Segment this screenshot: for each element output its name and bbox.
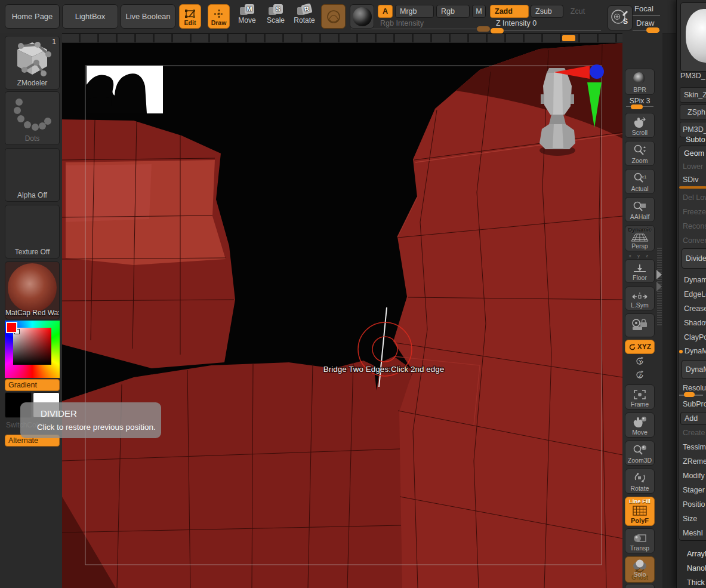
camera-lock-button[interactable] — [625, 313, 655, 337]
menu-reconstruct[interactable]: Recons — [683, 222, 706, 230]
spix-slider[interactable]: SPix 3 — [625, 97, 655, 112]
rgb-intensity-track[interactable] — [351, 29, 477, 29]
subtool-label-2[interactable]: ZSph — [687, 108, 705, 116]
gradient-button[interactable]: Gradient — [5, 379, 60, 391]
move-3d-button[interactable]: Move — [625, 412, 655, 438]
menu-modify-topology[interactable]: Modify — [683, 472, 705, 480]
zcut-button[interactable]: Zcut — [565, 5, 590, 18]
draw-button[interactable]: Draw — [208, 4, 230, 29]
menu-freeze[interactable]: Freeze — [683, 208, 706, 216]
bpr-icon — [632, 72, 648, 86]
add-button[interactable]: Add — [680, 412, 706, 425]
menu-crease[interactable]: Crease — [684, 304, 706, 313]
menu-zremesher[interactable]: ZReme — [683, 457, 706, 466]
menu-create-shell[interactable]: Create — [683, 429, 705, 437]
color-a-button[interactable]: A — [378, 5, 393, 18]
rotate-y-button[interactable]: Y — [625, 356, 655, 367]
menu-convert[interactable]: Conver — [683, 236, 706, 245]
home-page-button[interactable]: Home Page — [5, 4, 60, 29]
actual-button[interactable]: x1 Actual — [625, 169, 655, 194]
divider-arrow-icon[interactable] — [656, 270, 662, 279]
solo-button[interactable]: Solo — [625, 557, 655, 580]
current-color-swatch[interactable] — [6, 322, 17, 333]
brush-stroke-icon — [325, 8, 342, 25]
menu-shadowbox[interactable]: Shadow — [684, 319, 706, 327]
menu-subprojection[interactable]: SubPro — [683, 400, 706, 408]
transparency-button[interactable]: Transp — [625, 528, 655, 553]
zoom-button[interactable]: Zoom — [625, 141, 655, 166]
mrgb-button[interactable]: Mrgb — [395, 5, 434, 18]
menu-edgeloop[interactable]: EdgeLo — [684, 290, 706, 298]
rotate-xyz-button[interactable]: XYZ — [625, 340, 655, 354]
rotate-3d-button[interactable]: Rotate — [625, 469, 655, 494]
focal-shift-track[interactable] — [633, 15, 660, 16]
menu-geometry-header[interactable]: Geom — [684, 149, 704, 158]
menu-del-lower[interactable]: Del Low — [683, 193, 706, 202]
zsub-button[interactable]: Zsub — [531, 5, 563, 18]
current-material-preview[interactable] — [350, 4, 374, 29]
menu-dynamic[interactable]: Dynam — [684, 276, 706, 284]
resolution-handle[interactable] — [684, 392, 695, 397]
canvas-divider-bar[interactable] — [62, 33, 622, 42]
live-boolean-button[interactable]: Live Boolean — [121, 4, 175, 29]
local-symmetry-button[interactable]: L.Sym — [625, 287, 655, 310]
bpr-button[interactable]: BPR — [625, 69, 655, 95]
alpha-selector[interactable]: Alpha Off — [5, 148, 60, 202]
subtool-label-3[interactable]: PM3D_ — [683, 125, 706, 134]
spix-handle[interactable] — [631, 104, 643, 109]
rgb-button[interactable]: Rgb — [436, 5, 470, 18]
stroke-selector[interactable]: Dots — [5, 91, 60, 145]
divider-arrow2-icon[interactable] — [656, 282, 662, 291]
sculptris-pro-button[interactable]: S — [608, 5, 633, 30]
menu-tessimate[interactable]: Tessim — [683, 443, 706, 451]
zoom3d-button[interactable]: Zoom3D — [625, 441, 655, 466]
frame-button[interactable]: Frame — [625, 384, 655, 410]
axis-letters: x y z — [625, 253, 655, 258]
zadd-button[interactable]: Zadd — [490, 5, 529, 18]
canvas-viewport[interactable]: Bridge Two Edges:Click 2nd edge — [62, 43, 622, 588]
draw-size-handle[interactable] — [646, 27, 659, 33]
menu-resolution-slider[interactable]: Resolut — [683, 384, 706, 392]
z-intensity-track[interactable] — [504, 30, 601, 31]
scale-tool[interactable]: S Scale — [263, 4, 289, 29]
menu-stager[interactable]: Stager — [683, 486, 705, 494]
color-picker[interactable] — [5, 321, 60, 378]
edit-button[interactable]: Edit — [179, 4, 201, 29]
floor-button[interactable]: Floor — [625, 259, 655, 283]
menu-dynamesh-header[interactable]: DynaM — [685, 347, 706, 355]
polyframe-button[interactable]: Line Fill PolyF — [625, 497, 655, 526]
aahalf-button[interactable]: AAHalf — [625, 197, 655, 222]
divide-button[interactable]: Divide — [682, 248, 706, 269]
persp-button[interactable]: Dynamic Persp — [625, 225, 655, 251]
rotate-icon: R — [297, 4, 312, 16]
dynamesh-button[interactable]: DynaM — [682, 360, 706, 379]
rotate-z-button[interactable]: Z — [625, 370, 655, 380]
menu-mesh-integrity[interactable]: MeshI — [683, 529, 703, 537]
menu-size[interactable]: Size — [683, 515, 697, 523]
divider-marker[interactable] — [562, 35, 575, 41]
palette-thickness[interactable]: Thick — [687, 578, 705, 587]
material-selector[interactable]: MatCap Red Wax — [5, 261, 60, 319]
rgb-intensity-handle[interactable] — [477, 26, 490, 32]
brush-selector[interactable]: 1 ZModeler — [5, 36, 60, 90]
active-tool-thumbnail[interactable] — [680, 2, 706, 72]
menu-lower[interactable]: Lower — [683, 162, 703, 171]
lightbox-button[interactable]: LightBox — [62, 4, 118, 29]
z-intensity-handle[interactable] — [491, 28, 504, 33]
m-button[interactable]: M — [472, 5, 486, 18]
subtool-palette-header[interactable]: Subto — [686, 136, 705, 144]
subtool-label-0[interactable]: PM3D_ — [680, 72, 705, 80]
current-brush-preview[interactable] — [321, 4, 346, 29]
move-tool[interactable]: M Move — [234, 4, 260, 29]
subtool-label-1[interactable]: Skin_Z — [684, 91, 706, 99]
partial-frame-button[interactable] — [625, 584, 655, 588]
texture-selector[interactable]: Texture Off — [5, 205, 60, 258]
sdiv-slider-fill[interactable] — [679, 186, 706, 189]
palette-array-mesh[interactable]: ArrayM — [687, 550, 706, 558]
scroll-button[interactable]: Scroll — [625, 113, 655, 138]
palette-nanomesh[interactable]: NanoM — [687, 564, 706, 572]
menu-sdiv-slider[interactable]: SDiv — [683, 176, 698, 184]
menu-position[interactable]: Positio — [683, 500, 705, 509]
menu-claypolish[interactable]: ClayPo — [684, 333, 706, 341]
rotate-tool[interactable]: R Rotate — [291, 4, 317, 29]
